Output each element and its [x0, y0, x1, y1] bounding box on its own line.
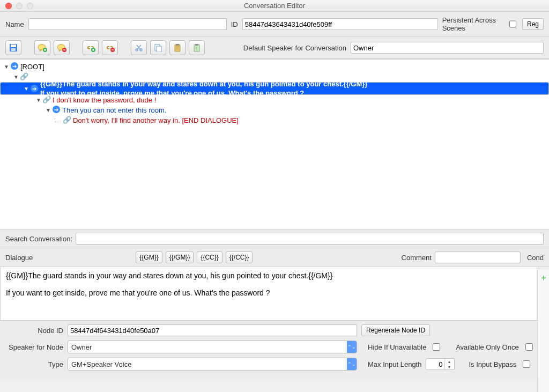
link-icon: 🔗 — [20, 72, 28, 80]
disclosure-icon[interactable] — [13, 72, 19, 82]
search-input[interactable] — [76, 233, 544, 245]
stepper-up[interactable]: ▲ — [445, 359, 453, 364]
tree-connector-icon — [55, 118, 61, 122]
type-value: GM+Speaker Voice — [71, 360, 131, 368]
save-button[interactable] — [5, 40, 21, 55]
search-row: Search Conversation: — [0, 230, 549, 248]
tree-row[interactable]: 🔗 Don't worry, I'll find another way in.… — [0, 115, 549, 125]
copy-icon — [154, 43, 162, 52]
svg-point-10 — [140, 49, 142, 51]
disclosure-icon[interactable] — [23, 84, 29, 93]
type-label: Type — [5, 360, 63, 368]
id-input[interactable] — [242, 18, 438, 30]
persistent-label: Persistent Across Scenes — [442, 16, 503, 32]
svg-rect-1 — [11, 45, 16, 47]
dialogue-label: Dialogue — [5, 254, 33, 262]
dialogue-textarea[interactable] — [0, 267, 537, 321]
reg-button[interactable]: Reg — [522, 18, 544, 30]
svg-point-3 — [38, 45, 46, 50]
cond-label: Cond — [527, 254, 544, 262]
add-node-button[interactable] — [34, 40, 50, 55]
regenerate-nodeid-button[interactable]: Regenerate Node ID — [361, 324, 430, 336]
max-input-stepper[interactable]: ▲▼ — [426, 358, 455, 370]
comment-input[interactable] — [435, 252, 521, 263]
search-label: Search Conversation: — [5, 235, 72, 243]
floppy-icon — [9, 43, 18, 52]
tree-node-text: Then you can not enter this room. — [62, 106, 166, 115]
link-icon: 🔗 — [63, 116, 71, 123]
arrow-circle-icon: ➔ — [11, 62, 18, 70]
tree-node-text: Don't worry, I'll find another way in. [… — [73, 116, 239, 125]
svg-rect-0 — [10, 44, 17, 51]
copy-button[interactable] — [150, 40, 166, 55]
name-label: Name — [5, 20, 24, 28]
svg-rect-18 — [195, 44, 198, 46]
node-form: Node ID Regenerate Node ID Speaker for N… — [0, 321, 549, 380]
svg-rect-2 — [11, 48, 16, 51]
hide-unavailable-checkbox[interactable] — [433, 343, 440, 351]
speaker-node-value: Owner — [71, 343, 92, 351]
cut-button[interactable] — [131, 40, 147, 55]
link-minus-icon — [105, 43, 115, 52]
default-speaker-input[interactable] — [351, 42, 544, 54]
stepper-down[interactable]: ▼ — [445, 364, 453, 369]
disclosure-icon[interactable] — [45, 106, 51, 115]
svg-point-5 — [57, 45, 65, 50]
window-titlebar: Conversation Editor — [0, 0, 549, 12]
speaker-node-label: Speaker for Node — [5, 343, 63, 351]
chevron-updown-icon: ⌃⌄ — [347, 341, 357, 353]
max-input-label: Max Input Length — [368, 360, 421, 368]
nodeid-input[interactable] — [68, 324, 357, 336]
speaker-node-select[interactable]: Owner ⌃⌄ — [68, 341, 357, 353]
default-speaker-label: Default Speaker for Conversation — [243, 44, 346, 52]
svg-rect-17 — [194, 45, 199, 51]
add-link-button[interactable] — [83, 40, 99, 55]
chevron-updown-icon: ⌃⌄ — [347, 358, 357, 370]
paste-link-icon — [192, 43, 201, 52]
tree-node-text-line2: If you want to get inside, prove me that… — [40, 88, 367, 98]
svg-point-7 — [91, 48, 95, 52]
tree-row[interactable]: ➔ Then you can not enter this room. — [0, 105, 549, 115]
available-once-checkbox[interactable] — [525, 343, 533, 351]
scissors-icon — [135, 43, 143, 52]
tree-row-selected[interactable]: ➔ {{GM}}The guard stands in your way and… — [0, 82, 549, 95]
tag-gm-open-button[interactable]: {{GM}} — [136, 252, 162, 263]
hide-unavailable-label: Hide If Unavailable — [368, 343, 426, 351]
max-input-value[interactable] — [426, 360, 444, 368]
tree-node-label: [ROOT] — [20, 62, 44, 71]
tree-root[interactable]: ➔ [ROOT] — [0, 62, 549, 72]
remove-link-button[interactable] — [102, 40, 118, 55]
type-select[interactable]: GM+Speaker Voice ⌃⌄ — [68, 358, 357, 371]
svg-rect-14 — [176, 44, 179, 46]
remove-node-button[interactable] — [54, 40, 70, 55]
svg-point-4 — [43, 48, 47, 52]
svg-rect-15 — [176, 47, 179, 47]
add-condition-button[interactable]: ＋ — [539, 272, 548, 284]
id-label: ID — [231, 20, 238, 28]
tag-gm-close-button[interactable]: {{/GM}} — [166, 252, 194, 263]
speech-plus-icon — [38, 43, 47, 52]
svg-rect-12 — [157, 46, 161, 52]
svg-point-6 — [62, 48, 66, 52]
toolbar: Default Speaker for Conversation — [0, 37, 549, 59]
paste-button[interactable] — [169, 40, 186, 55]
svg-rect-13 — [175, 45, 180, 51]
svg-point-9 — [136, 49, 138, 51]
speech-minus-icon — [57, 43, 66, 52]
svg-rect-11 — [155, 45, 160, 50]
paste-link-button[interactable] — [189, 40, 205, 55]
tag-cc-open-button[interactable]: {{CC}} — [197, 252, 222, 263]
tag-cc-close-button[interactable]: {{/CC}} — [226, 252, 253, 263]
conversation-tree[interactable]: ➔ [ROOT] 🔗 ➔ {{GM}}The guard stands in y… — [0, 59, 549, 230]
arrow-circle-icon: ➔ — [53, 106, 60, 113]
comment-label: Comment — [402, 254, 432, 262]
paste-icon — [173, 43, 182, 52]
name-input[interactable] — [28, 18, 227, 30]
bypass-label: Is Input Bypass — [469, 360, 516, 368]
svg-point-8 — [110, 48, 115, 52]
bypass-checkbox[interactable] — [523, 360, 530, 368]
persistent-checkbox[interactable] — [509, 20, 516, 28]
link-plus-icon — [86, 43, 95, 52]
dialogue-bar: Dialogue {{GM}} {{/GM}} {{CC}} {{/CC}} C… — [0, 248, 549, 267]
disclosure-icon[interactable] — [3, 62, 10, 71]
